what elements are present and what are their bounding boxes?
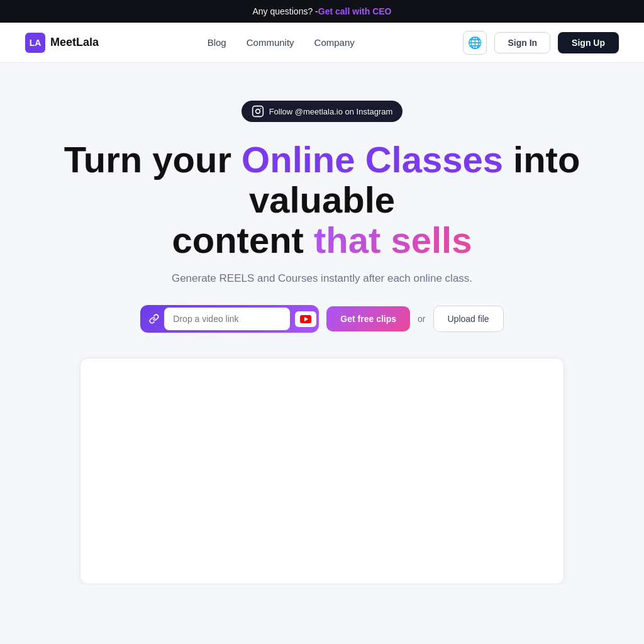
logo-name: MeetLala	[50, 36, 99, 49]
ig-badge-text: Follow @meetlala.io on Instagram	[269, 107, 393, 116]
nav-item-community[interactable]: Community	[247, 37, 294, 48]
announcement-prefix: Any questions? -	[253, 6, 318, 16]
hero-subtext: Generate REELS and Courses instantly aft…	[172, 272, 472, 285]
or-divider: or	[418, 314, 425, 324]
hero-section: Follow @meetlala.io on Instagram Turn yo…	[0, 63, 644, 584]
logo[interactable]: LA MeetLala	[25, 33, 99, 53]
headline-that-sells: that sells	[314, 219, 472, 260]
link-icon	[149, 314, 159, 324]
svg-point-1	[255, 109, 260, 114]
announcement-bar: Any questions? -Get call with CEO	[0, 0, 644, 23]
get-free-clips-button[interactable]: Get free clips	[326, 306, 410, 331]
nav-item-company[interactable]: Company	[314, 37, 355, 48]
signin-button[interactable]: Sign In	[494, 32, 550, 53]
signup-button[interactable]: Sign Up	[558, 32, 619, 53]
cta-area: Get free clips or Upload file	[140, 305, 503, 333]
video-link-pill	[140, 305, 319, 333]
header-actions: 🌐 Sign In Sign Up	[463, 31, 619, 55]
hero-headline: Turn your Online Classes into valuableco…	[55, 140, 589, 260]
svg-point-2	[260, 108, 261, 109]
logo-badge: LA	[25, 33, 45, 53]
video-link-input[interactable]	[164, 308, 290, 330]
nav-item-blog[interactable]: Blog	[208, 37, 226, 48]
announcement-link[interactable]: Get call with CEO	[318, 6, 392, 16]
headline-online-classes: Online Classes	[242, 139, 503, 180]
instagram-badge[interactable]: Follow @meetlala.io on Instagram	[242, 101, 403, 122]
globe-icon: 🌐	[468, 36, 482, 50]
youtube-icon	[295, 311, 316, 327]
headline-part1: Turn your	[64, 139, 242, 180]
upload-file-button[interactable]: Upload file	[433, 306, 504, 332]
preview-box	[80, 358, 564, 584]
main-nav: Blog Community Company	[208, 37, 355, 48]
instagram-icon	[252, 105, 264, 118]
header: LA MeetLala Blog Community Company 🌐 Sig…	[0, 23, 644, 63]
globe-button[interactable]: 🌐	[463, 31, 487, 55]
svg-rect-0	[252, 106, 263, 117]
